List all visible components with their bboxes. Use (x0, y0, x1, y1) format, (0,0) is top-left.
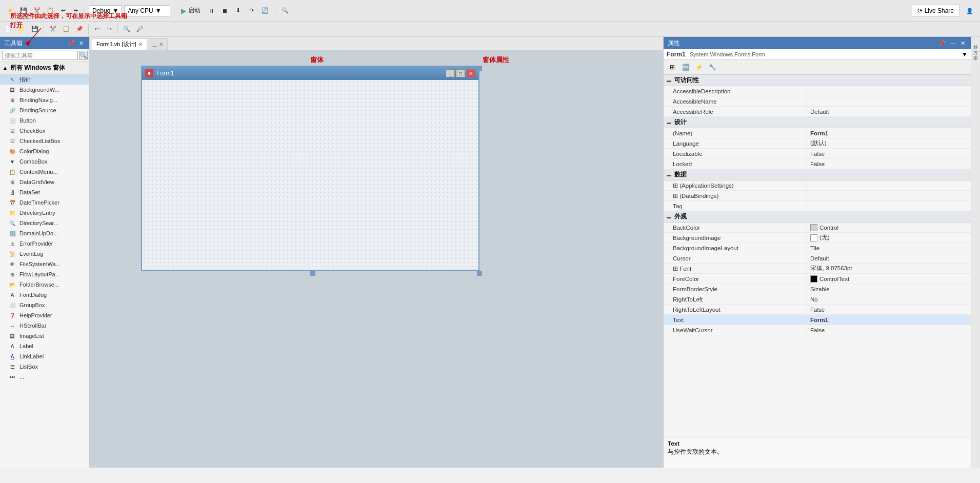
refresh-btn[interactable]: 🔄 (259, 5, 271, 16)
tb2-btn8[interactable]: ↪ (104, 24, 115, 35)
props-properties-btn active[interactable]: ⚡ (693, 62, 705, 73)
tab-close-icon[interactable]: ✕ (138, 42, 143, 47)
form-resize-right[interactable] (477, 66, 482, 71)
props-value-font[interactable]: 宋体, 9.07563pt (807, 264, 971, 273)
tb2-btn7[interactable]: ↩ (91, 24, 103, 35)
toolbox-pin-btn[interactable]: 📌 (66, 40, 76, 47)
props-value-localizable[interactable]: False (807, 150, 971, 158)
props-object-selector[interactable]: Form1 System.Windows.Forms.Form ▼ (664, 49, 971, 60)
tb2-btn6[interactable]: 📌 (73, 24, 86, 35)
toolbox-item-checkedlistbox[interactable]: ☑ CheckedListBox (0, 136, 89, 146)
expand-font-icon[interactable]: ⊞ (673, 266, 678, 272)
toolbox-item-more[interactable]: ••• ... (0, 372, 89, 382)
props-value-databindings[interactable] (807, 195, 971, 197)
toolbox-item-hscrollbar[interactable]: ↔ HScrollBar (0, 320, 89, 331)
edge-item-1[interactable]: 解 (971, 39, 980, 43)
toolbar-btn-5[interactable]: ↩ (57, 5, 69, 16)
toolbox-item-bgworker[interactable]: 🖼 BackgroundW... (0, 85, 89, 95)
toolbox-item-dataset[interactable]: 🗄 DataSet (0, 187, 89, 197)
toolbox-item-dirsearch[interactable]: 🔍 DirectorySear... (0, 218, 89, 228)
props-value-name[interactable]: Form1 (807, 129, 971, 137)
tb2-btn2[interactable]: 📁 (15, 24, 28, 35)
props-value-appsettings[interactable] (807, 185, 971, 187)
expand-appsettings-icon[interactable]: ⊞ (673, 183, 678, 189)
toolbox-item-listbox[interactable]: ☰ ListBox (0, 361, 89, 372)
toolbox-close-btn[interactable]: ✕ (77, 40, 85, 47)
tab-more[interactable]: ... ✕ (148, 38, 168, 50)
props-value-backcolor[interactable]: Control (807, 223, 971, 232)
props-value-tag[interactable] (807, 205, 971, 207)
toolbox-item-errorprovider[interactable]: ⚠ ErrorProvider (0, 238, 89, 249)
props-events-btn[interactable]: 🔧 (707, 62, 718, 73)
tb2-btn5[interactable]: 📋 (60, 24, 72, 35)
expand-databindings-icon[interactable]: ⊞ (673, 193, 678, 199)
props-value-righttoleft[interactable]: No (807, 295, 971, 304)
toolbox-item-groupbox[interactable]: ⬜ GroupBox (0, 300, 89, 310)
toolbox-item-flowlayout[interactable]: ⊞ FlowLayoutPa... (0, 269, 89, 279)
toolbox-item-colordialog[interactable]: 🎨 ColorDialog (0, 146, 89, 156)
toolbox-item-imagelist[interactable]: 🖼 ImageList (0, 331, 89, 341)
find-btn[interactable]: 🔍 (279, 5, 291, 16)
toolbox-item-bindnav[interactable]: ⊞ BindingNavig... (0, 95, 89, 105)
tb2-btn3[interactable]: 💾 (29, 24, 41, 35)
form-maximize-btn[interactable]: □ (456, 69, 465, 77)
toolbox-item-label[interactable]: A Label (0, 341, 89, 351)
form-body[interactable] (142, 80, 478, 270)
toolbox-item-pointer[interactable]: ↖ 指针 (0, 74, 89, 85)
props-pin-btn[interactable]: 📌 (937, 40, 947, 47)
props-section-data[interactable]: ▬ 数据 (664, 169, 971, 180)
props-section-appearance[interactable]: ▬ 外观 (664, 211, 971, 223)
toolbox-section-header[interactable]: ▲ 所有 Windows 窗体 (0, 62, 89, 74)
edge-item-3[interactable]: 案 (971, 49, 980, 53)
props-value-forecolor[interactable]: ControlText (807, 274, 971, 284)
toolbox-item-linklabel[interactable]: A LinkLabel (0, 351, 89, 361)
props-value-bgimage[interactable]: (无) (807, 233, 971, 243)
props-alphabetical-btn[interactable]: 🔤 (680, 62, 691, 73)
props-value-accessible-name[interactable] (807, 100, 971, 103)
props-close-btn[interactable]: ✕ (959, 40, 967, 47)
toolbox-search-button[interactable]: 🔍 (79, 51, 88, 60)
props-value-language[interactable]: (默认) (807, 138, 971, 148)
toolbar-btn-3[interactable]: ✂️ (31, 5, 43, 16)
run-button[interactable]: ▶ 启动 (178, 5, 204, 16)
toolbox-item-datagridview[interactable]: ⊞ DataGridView (0, 177, 89, 187)
toolbox-item-eventlog[interactable]: 📜 EventLog (0, 249, 89, 259)
props-value-cursor[interactable]: Default (807, 254, 971, 263)
props-section-accessibility[interactable]: ▬ 可访问性 (664, 75, 971, 86)
form-resize-bottom[interactable] (310, 271, 315, 276)
toolbox-search-input[interactable] (2, 51, 78, 60)
form-close-btn[interactable]: ✕ (466, 69, 475, 77)
props-value-text[interactable]: Form1 (807, 316, 971, 324)
stop-btn[interactable]: ⏹ (219, 5, 230, 16)
tb2-btn10[interactable]: 🔎 (134, 24, 146, 35)
toolbox-item-folderbrowse[interactable]: 📂 FolderBrowse... (0, 279, 89, 290)
toolbox-item-datetimepicker[interactable]: 📅 DateTimePicker (0, 197, 89, 208)
tb2-btn9[interactable]: 🔍 (121, 24, 133, 35)
toolbox-item-filesystemwa[interactable]: 👁 FileSystemWa... (0, 259, 89, 269)
toolbox-item-button[interactable]: ⬜ Button (0, 115, 89, 126)
pause-btn[interactable]: ⏸ (206, 5, 217, 16)
step-over-btn[interactable]: ↷ (246, 5, 257, 16)
edge-item-2[interactable]: 方 (971, 44, 980, 48)
form-resize-corner[interactable] (477, 271, 482, 276)
props-min-btn[interactable]: — (949, 40, 957, 47)
toolbox-item-direntry[interactable]: 📁 DirectoryEntry (0, 208, 89, 218)
user-icon-btn[interactable]: 👤 (964, 5, 976, 16)
props-value-righttoleftlayout[interactable]: False (807, 306, 971, 314)
props-section-design[interactable]: ▬ 设计 (664, 117, 971, 128)
toolbox-item-combobox[interactable]: ▼ ComboBox (0, 156, 89, 167)
toolbox-item-domainupdo[interactable]: 🔢 DomainUpDo... (0, 228, 89, 238)
toolbox-item-checkbox[interactable]: ☑ CheckBox (0, 126, 89, 136)
tab-form1-design[interactable]: Form1.vb [设计] ✕ (92, 38, 147, 50)
tab-more-close-icon[interactable]: ✕ (159, 42, 163, 47)
toolbar-btn-6[interactable]: ↪ (70, 5, 81, 16)
props-value-usewaitcursor[interactable]: False (807, 326, 971, 334)
props-value-bgimagelayout[interactable]: Tile (807, 244, 971, 252)
toolbox-item-helpprovider[interactable]: ❓ HelpProvider (0, 310, 89, 320)
tb2-btn4[interactable]: ✂️ (47, 24, 59, 35)
props-value-formborderstyle[interactable]: Sizable (807, 285, 971, 293)
tb2-btn1[interactable]: 📄 (2, 24, 14, 35)
toolbar-btn-4[interactable]: 📋 (44, 5, 56, 16)
toolbar-btn-2[interactable]: 💾 (17, 5, 30, 16)
toolbox-item-contextmenu[interactable]: 📋 ContextMenu... (0, 167, 89, 177)
